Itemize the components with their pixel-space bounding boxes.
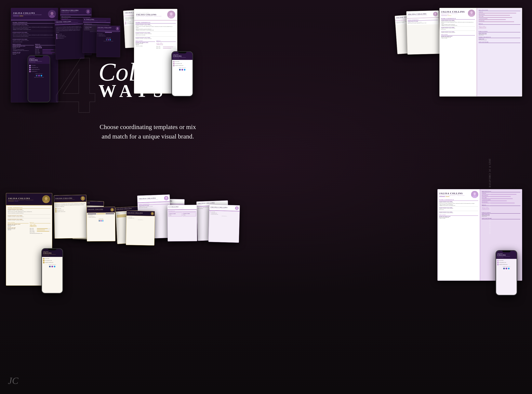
work-entry-3: ENTER POSITION TITLE HERE COMPANY | JAN … <box>13 39 56 42</box>
phone-icon-sm: ☎ <box>56 34 57 35</box>
tw-white <box>184 69 185 71</box>
resume-card-dark-mini1: JALISA COLLINS EXECUTIVE PERSONAL ASSIST… <box>96 26 120 57</box>
resume-lav-stack-b: JALISA COLLINS EXECUTIVE PERSONAL ASSIST… <box>209 204 240 243</box>
tw-lav-phone <box>508 268 510 269</box>
resume-white-stacked1: JALISA COLLINS EXECUTIVE PERSONAL ASSIST… <box>406 10 440 55</box>
phone-gold-linkedin: in <box>43 262 45 263</box>
phone-screen-phone-icon: ☎ <box>29 65 31 66</box>
white2-org: ORGANIZATION <box>479 10 520 11</box>
facebook-icon <box>36 75 37 76</box>
phone-notch-gold <box>48 249 56 250</box>
phone-white-phone-icon: ☎ <box>173 61 175 62</box>
gold-main-name: JALISA COLLINS <box>8 197 41 200</box>
choose-line1: Choose coordinating templates or mix <box>59 122 236 132</box>
work-entry-2: ENTER POSITION TITLE HERE COMPANY | JAN … <box>13 32 56 37</box>
white2-words: WORDS PER MINUTE <box>479 37 520 38</box>
resume-gold-stack-b: JALISA COLLINS EXECUTIVE PERSONAL ASSIST… <box>126 211 155 246</box>
gold-work-exp: Work Experience <box>8 207 50 209</box>
gold-education: Education DEGREE OR CERTIFICATION INSTIT… <box>8 222 29 234</box>
white-large2-name: JALISA COLLINS <box>441 11 467 13</box>
white-work-exp: Work Experience <box>136 22 176 23</box>
email-icon-sm: ✉ <box>56 35 57 36</box>
svg-point-7 <box>117 27 118 29</box>
fb-white <box>179 69 181 71</box>
ig-white <box>182 69 183 71</box>
svg-point-31 <box>474 192 476 195</box>
phone-lav-email: ✉ <box>497 262 499 263</box>
photo-lav-main <box>471 191 478 198</box>
fb-lav-phone <box>503 268 505 269</box>
phone-mockup-dark: JALISA COLLINS EXECUTIVE PERSONAL ASSIST… <box>28 55 50 103</box>
svg-point-1 <box>51 12 53 15</box>
photo-lav-sm1 <box>164 196 168 200</box>
tw-gold-phone <box>54 266 55 267</box>
ig-gold-phone <box>52 266 53 267</box>
resume-card-lavender-sm3: A COLLINS EXECUTIVE PERSONAL ASSISTANT R… <box>167 205 197 241</box>
ref-title-dark: REFERENCES <box>84 23 109 25</box>
resume-name-dark: JALISA COLLINS <box>13 12 42 14</box>
photo-white-stacked1 <box>433 12 438 16</box>
twitter-icon <box>41 75 42 76</box>
photo-gold-sm3 <box>110 208 114 211</box>
phone-notch-lavender <box>502 251 511 252</box>
resume-card-gold-sm1: JALISA COLLINS EXECUTIVE PERSONAL ASSIST… <box>54 195 87 239</box>
lav-apps: APPS/SOFTWARE <box>482 218 520 219</box>
lav-ref-2: CONTACT NAME PositionCompany <box>183 212 196 217</box>
lav-ref-1: CONTACT NAME PositionCompany <box>168 212 182 217</box>
ig-gold <box>100 220 101 221</box>
svg-point-4 <box>87 10 89 12</box>
lav-main-name: JALISA COLLINS <box>439 192 465 195</box>
linkedin-icon-sm: in <box>56 37 57 38</box>
resume-card-white-large2: JALISA COLLINS EXECUTIVE PERSONAL ASSIST… <box>439 8 522 97</box>
white2-pub: PUBLICATIONS <box>479 31 520 32</box>
choose-line2: and match for a unique visual brand. <box>59 132 236 141</box>
fb-gold <box>99 220 100 221</box>
lav-org: ORGANIZATION <box>482 191 520 192</box>
lav-pub: PUBLICATIONS <box>482 212 520 213</box>
linkedin-gold-sm: in <box>55 211 57 212</box>
jc-logo: JC <box>8 375 18 386</box>
white2-edu: Education <box>441 34 475 36</box>
choose-text-block: Choose coordinating templates or mix and… <box>59 122 236 141</box>
svg-point-25 <box>111 209 113 210</box>
phone-mockup-lavender: JALISA COLLINS EXECUTIVE PERSONAL ASSIST… <box>495 250 517 296</box>
svg-point-10 <box>170 12 173 16</box>
colorways-heading: Color WAYS <box>99 59 168 101</box>
phone-white-email-icon: ✉ <box>173 63 175 64</box>
photo-white-main <box>167 11 175 19</box>
svg-point-19 <box>45 197 47 200</box>
phone-mockup-gold: JALISA COLLINS EXECUTIVE PERSONAL ASSIST… <box>41 248 63 294</box>
phone-screen-email-icon: ✉ <box>29 67 31 68</box>
photo-gold-sm1 <box>81 196 85 201</box>
white-skills: Skills Skills SKILL ONE SKILL TWO <box>156 40 176 49</box>
work-exp-title: Work Experience <box>13 22 56 23</box>
tw-gold <box>102 220 103 221</box>
photo-gold-main <box>42 195 50 203</box>
fb-gold-phone <box>49 266 51 267</box>
ways-label: WAYS <box>99 81 168 101</box>
phone-gold-sm: ☎ <box>55 208 56 209</box>
phone-gold-phone: ☎ <box>43 258 45 259</box>
resume-title-dark: EXECUTIVE PERSONAL ASSISTANT <box>13 14 42 15</box>
phone-screen-linkedin-icon: in <box>29 69 31 70</box>
photo-white-large2 <box>468 10 475 17</box>
email-gold-sm: ✉ <box>55 210 56 211</box>
work-entry-1: ENTER POSITION TITLE HERE COMPANY | JAN … <box>13 24 56 30</box>
phone-mockup-white: JALISA COLLINS EXECUTIVE PERSONAL ASSIST… <box>172 51 193 97</box>
lav-skills-sidebar: Skills <box>482 204 520 206</box>
large-number-4: 4 <box>55 43 97 126</box>
email-icon-white: ✉ <box>125 23 126 24</box>
phone-lav-phone: ☎ <box>497 260 499 261</box>
photo-lav-stack-b <box>235 206 239 210</box>
phone-lav-linkedin: in <box>497 264 499 265</box>
photo-mini1 <box>116 27 119 30</box>
phone-screen-location-icon: 📍 <box>29 71 31 72</box>
phone-icon-white: ☎ <box>125 22 126 23</box>
phone-notch-dark <box>35 56 43 57</box>
photo-gold-stack-b <box>151 212 154 215</box>
svg-point-13 <box>470 11 473 14</box>
phone-white-linkedin-icon: in <box>173 65 175 66</box>
ref-card-1: CONTACT NAME Position TitleCompany Name <box>84 26 96 31</box>
photo-sm1 <box>86 9 90 14</box>
instagram-icon <box>38 75 40 76</box>
